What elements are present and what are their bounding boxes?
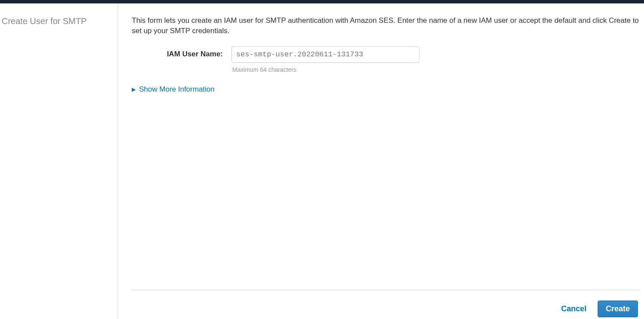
iam-user-label: IAM User Name: (167, 50, 223, 58)
sidebar: Create User for SMTP (0, 3, 118, 319)
show-more-label: Show More Information (139, 85, 215, 94)
iam-user-hint: Maximum 64 characters (232, 66, 419, 73)
iam-user-label-col: IAM User Name: (132, 46, 231, 58)
button-row: Cancel Create (132, 301, 641, 317)
triangle-right-icon: ▶ (132, 86, 136, 92)
cancel-button[interactable]: Cancel (559, 302, 588, 316)
iam-user-row: IAM User Name: Maximum 64 characters (132, 46, 641, 73)
top-bar (0, 0, 644, 3)
main-content: This form lets you create an IAM user fo… (118, 3, 644, 319)
page-layout: Create User for SMTP This form lets you … (0, 3, 644, 319)
create-button[interactable]: Create (598, 301, 638, 317)
form-description: This form lets you create an IAM user fo… (132, 15, 641, 36)
footer-divider (132, 290, 641, 290)
footer: Cancel Create (132, 290, 641, 317)
page-title: Create User for SMTP (2, 16, 113, 26)
show-more-toggle[interactable]: ▶ Show More Information (132, 85, 215, 94)
iam-user-input[interactable] (231, 46, 419, 63)
iam-user-input-col: Maximum 64 characters (231, 46, 419, 73)
